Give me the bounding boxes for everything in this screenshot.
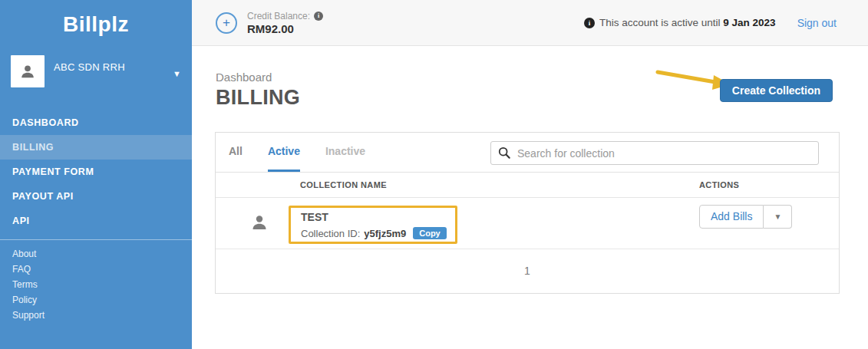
person-icon xyxy=(250,213,269,232)
pagination: 1 xyxy=(216,249,839,293)
collection-id-value: y5fjz5m9 xyxy=(364,228,406,239)
sidebar-link-terms[interactable]: Terms xyxy=(0,277,192,292)
info-icon[interactable]: i xyxy=(584,18,595,28)
sidebar-item-api[interactable]: API xyxy=(0,209,192,233)
search-icon xyxy=(498,147,510,159)
credit-balance: Credit Balance: i RM92.00 xyxy=(247,11,323,35)
credit-balance-amount: RM92.00 xyxy=(247,22,323,35)
tab-inactive[interactable]: Inactive xyxy=(325,133,365,172)
account-switcher[interactable]: ABC SDN RRH ▼ xyxy=(11,55,181,87)
collection-name[interactable]: TEST xyxy=(301,211,328,223)
main-content: Dashboard BILLING Create Collection All … xyxy=(192,46,868,349)
sidebar-link-policy[interactable]: Policy xyxy=(0,292,192,308)
sidebar-item-payout-api[interactable]: PAYOUT API xyxy=(0,184,192,209)
info-icon[interactable]: i xyxy=(314,12,323,21)
account-active-text: This account is active until 9 Jan 2023 xyxy=(599,17,776,28)
row-actions: Add Bills ▼ xyxy=(699,205,792,229)
user-icon xyxy=(19,63,36,80)
topbar: + Credit Balance: i RM92.00 i This accou… xyxy=(192,0,868,46)
sidebar-divider xyxy=(0,239,192,240)
sidebar-item-dashboard[interactable]: DASHBOARD xyxy=(0,110,192,135)
sidebar-link-support[interactable]: Support xyxy=(0,308,192,323)
avatar xyxy=(11,55,45,87)
page-number[interactable]: 1 xyxy=(520,249,535,293)
account-name: ABC SDN RRH xyxy=(54,61,125,73)
add-credit-button[interactable]: + xyxy=(216,12,237,34)
breadcrumb[interactable]: Dashboard xyxy=(216,71,300,84)
column-header-actions: ACTIONS xyxy=(699,180,739,189)
collections-panel: All Active Inactive COLLECTION NAME ACTI… xyxy=(215,132,840,294)
sidebar-item-payment-form[interactable]: PAYMENT FORM xyxy=(0,160,192,184)
collection-id-line: Collection ID: y5fjz5m9 Copy xyxy=(301,227,447,239)
billplz-logo: Billplz xyxy=(0,0,192,37)
tab-all[interactable]: All xyxy=(229,133,243,172)
copy-button[interactable]: Copy xyxy=(413,227,447,239)
table-header: COLLECTION NAME ACTIONS xyxy=(216,173,839,198)
table-row: TEST Collection ID: y5fjz5m9 Copy Add Bi… xyxy=(216,198,839,249)
page-title: BILLING xyxy=(216,86,300,110)
credit-balance-label: Credit Balance: xyxy=(247,11,310,21)
create-collection-button[interactable]: Create Collection xyxy=(720,79,833,102)
sidebar: Billplz ABC SDN RRH ▼ DASHBOARD BILLING … xyxy=(0,0,192,349)
chevron-down-icon: ▼ xyxy=(173,69,181,78)
sidebar-link-faq[interactable]: FAQ xyxy=(0,262,192,277)
column-header-collection-name: COLLECTION NAME xyxy=(300,180,387,189)
sidebar-item-billing[interactable]: BILLING xyxy=(0,135,192,160)
sidebar-nav: DASHBOARD BILLING PAYMENT FORM PAYOUT AP… xyxy=(0,110,192,233)
tab-active[interactable]: Active xyxy=(268,133,300,172)
sign-out-link[interactable]: Sign out xyxy=(797,17,837,29)
sidebar-link-about[interactable]: About xyxy=(0,246,192,262)
account-active-date: 9 Jan 2023 xyxy=(723,17,775,28)
search-input[interactable] xyxy=(490,141,819,165)
collection-id-label: Collection ID: xyxy=(301,228,360,239)
collections-tabs: All Active Inactive xyxy=(216,133,839,173)
caret-down-icon[interactable]: ▼ xyxy=(764,205,792,229)
add-bills-button[interactable]: Add Bills xyxy=(699,205,764,229)
